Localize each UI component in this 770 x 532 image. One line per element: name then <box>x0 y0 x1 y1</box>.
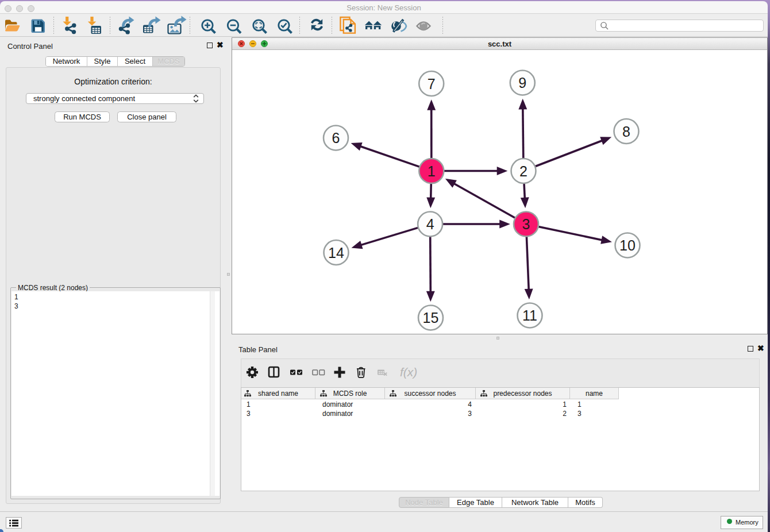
svg-text:14: 14 <box>328 245 344 261</box>
svg-text:11: 11 <box>522 307 537 323</box>
svg-text:15: 15 <box>423 310 439 326</box>
svg-text:7: 7 <box>428 76 436 92</box>
svg-text:9: 9 <box>518 75 526 91</box>
svg-text:6: 6 <box>332 130 340 146</box>
svg-text:f(x): f(x) <box>400 365 417 379</box>
svg-text:1: 1 <box>428 163 436 179</box>
svg-text:4: 4 <box>426 216 434 232</box>
svg-text:3: 3 <box>522 216 530 232</box>
svg-text:8: 8 <box>622 124 630 140</box>
svg-text:10: 10 <box>619 237 636 253</box>
svg-text:2: 2 <box>519 163 528 179</box>
